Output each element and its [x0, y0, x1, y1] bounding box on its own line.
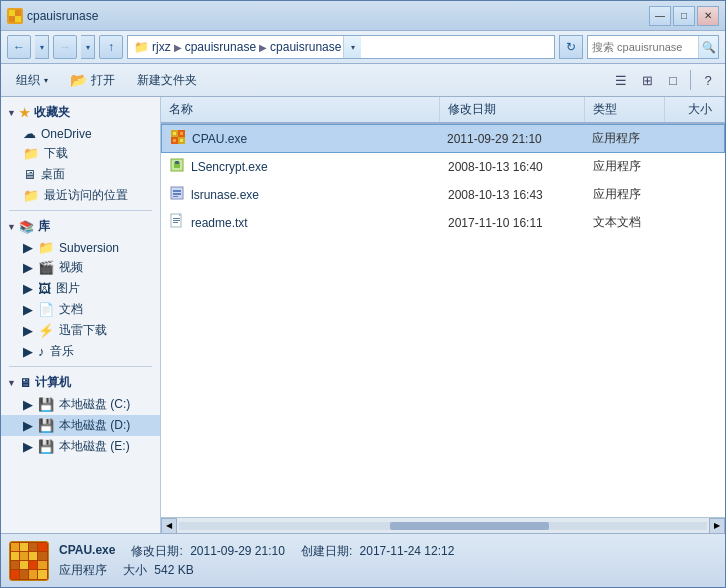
library-icon: 📚: [19, 220, 34, 234]
expand-icon-computer: ▼: [7, 378, 16, 388]
sidebar-item-download[interactable]: 📁 下载: [1, 143, 160, 164]
lsrunase-file-icon: [169, 185, 185, 204]
expand-icon-library: ▼: [7, 222, 16, 232]
file-row-lsrunase[interactable]: lsrunase.exe 2008-10-13 16:43 应用程序: [161, 181, 725, 209]
forward-dropdown[interactable]: ▾: [81, 35, 95, 59]
sidebar-item-pictures[interactable]: ▶ 🖼 图片: [1, 278, 160, 299]
search-button[interactable]: 🔍: [698, 36, 718, 58]
back-dropdown[interactable]: ▾: [35, 35, 49, 59]
svg-rect-27: [29, 543, 37, 551]
cpau-file-icon: [170, 129, 186, 148]
sidebar-item-recent[interactable]: 📁 最近访问的位置: [1, 185, 160, 206]
sidebar-item-drive-e[interactable]: ▶ 💾 本地磁盘 (E:): [1, 436, 160, 457]
maximize-button[interactable]: □: [673, 6, 695, 26]
file-name-lsencrypt: LSencrypt.exe: [161, 155, 440, 178]
search-input[interactable]: [588, 41, 698, 53]
status-row-2: 应用程序 大小 542 KB: [59, 562, 454, 579]
file-date-lsencrypt: 2008-10-13 16:40: [440, 158, 585, 176]
sidebar-group-computer: ▼ 🖥 计算机 ▶ 💾 本地磁盘 (C:) ▶ 💾 本地磁盘 (D:) ▶ 💾: [1, 371, 160, 457]
title-bar: cpauisrunase — □ ✕: [1, 1, 725, 31]
file-size-readme: [665, 221, 725, 225]
sidebar-computer-header[interactable]: ▼ 🖥 计算机: [1, 371, 160, 394]
sidebar-item-drive-d[interactable]: ▶ 💾 本地磁盘 (D:): [1, 415, 160, 436]
sidebar-item-onedrive[interactable]: ☁ OneDrive: [1, 124, 160, 143]
svg-rect-39: [29, 570, 37, 579]
up-button[interactable]: ↑: [99, 35, 123, 59]
close-button[interactable]: ✕: [697, 6, 719, 26]
video-expand-icon: ▶: [23, 260, 33, 275]
sidebar-item-desktop[interactable]: 🖥 桌面: [1, 164, 160, 185]
sidebar-favorites-header[interactable]: ▼ ★ 收藏夹: [1, 101, 160, 124]
sidebar-divider-2: [9, 366, 152, 367]
svg-rect-29: [11, 552, 19, 560]
col-header-name[interactable]: 名称: [161, 97, 440, 122]
status-size: 大小 542 KB: [123, 562, 194, 579]
svg-rect-38: [20, 570, 28, 579]
svg-rect-3: [15, 16, 21, 22]
address-bar[interactable]: 📁 rjxz ▶ cpauisrunase ▶ cpauisrunase ▾: [127, 35, 555, 59]
scroll-right-button[interactable]: ▶: [709, 518, 725, 534]
sidebar: ▼ ★ 收藏夹 ☁ OneDrive 📁 下载 🖥 桌面 📁: [1, 97, 161, 533]
toolbar-right: ☰ ⊞ □ ?: [610, 69, 719, 91]
open-button[interactable]: 📂 打开: [61, 67, 124, 93]
status-bar: CPAU.exe 修改日期: 2011-09-29 21:10 创建日期: 20…: [1, 533, 725, 587]
svg-rect-37: [11, 570, 19, 579]
view-icons-button[interactable]: ⊞: [636, 69, 658, 91]
svg-rect-11: [180, 139, 183, 142]
col-header-date[interactable]: 修改日期: [440, 97, 585, 122]
sidebar-item-documents[interactable]: ▶ 📄 文档: [1, 299, 160, 320]
sidebar-item-thunder[interactable]: ▶ ⚡ 迅雷下载: [1, 320, 160, 341]
svg-rect-30: [20, 552, 28, 560]
sidebar-item-subversion[interactable]: ▶ 📁 Subversion: [1, 238, 160, 257]
svg-rect-25: [11, 543, 19, 551]
forward-button[interactable]: →: [53, 35, 77, 59]
file-name-readme: readme.txt: [161, 211, 440, 234]
sidebar-item-video[interactable]: ▶ 🎬 视频: [1, 257, 160, 278]
address-dropdown-button[interactable]: ▾: [343, 36, 361, 58]
file-row-readme[interactable]: readme.txt 2017-11-10 16:11 文本文档: [161, 209, 725, 237]
svg-rect-36: [38, 561, 47, 569]
download-folder-icon: 📁: [23, 146, 39, 161]
file-type-lsrunase: 应用程序: [585, 184, 665, 205]
view-details-button[interactable]: ☰: [610, 69, 632, 91]
file-list: CPAU.exe 2011-09-29 21:10 应用程序: [161, 124, 725, 517]
svg-rect-18: [173, 196, 178, 197]
minimize-button[interactable]: —: [649, 6, 671, 26]
svg-rect-23: [173, 222, 178, 223]
view-preview-button[interactable]: □: [662, 69, 684, 91]
thunder-expand-icon: ▶: [23, 323, 33, 338]
pictures-expand-icon: ▶: [23, 281, 33, 296]
file-row-lsencrypt[interactable]: LSencrypt.exe 2008-10-13 16:40 应用程序: [161, 153, 725, 181]
sidebar-item-drive-c[interactable]: ▶ 💾 本地磁盘 (C:): [1, 394, 160, 415]
drive-d-icon: 💾: [38, 418, 54, 433]
address-segment-2: cpauisrunase: [185, 40, 256, 54]
svg-rect-10: [173, 139, 176, 142]
drive-e-expand-icon: ▶: [23, 439, 33, 454]
back-button[interactable]: ←: [7, 35, 31, 59]
svg-rect-28: [38, 543, 47, 551]
music-icon: ♪: [38, 344, 45, 359]
file-row-cpau[interactable]: CPAU.exe 2011-09-29 21:10 应用程序: [161, 124, 725, 153]
computer-icon: 🖥: [19, 376, 31, 390]
favorites-icon: ★: [19, 106, 30, 120]
scroll-thumb: [390, 522, 548, 530]
horizontal-scrollbar[interactable]: ◀ ▶: [161, 517, 725, 533]
help-button[interactable]: ?: [697, 69, 719, 91]
svg-rect-22: [173, 220, 180, 221]
col-header-size[interactable]: 大小: [665, 97, 725, 122]
svg-rect-14: [175, 161, 179, 164]
scroll-left-button[interactable]: ◀: [161, 518, 177, 534]
toolbar: 组织 ▾ 📂 打开 新建文件夹 ☰ ⊞ □ ?: [1, 64, 725, 97]
sidebar-item-music[interactable]: ▶ ♪ 音乐: [1, 341, 160, 362]
toolbar-separator: [690, 70, 691, 90]
col-header-type[interactable]: 类型: [585, 97, 665, 122]
subversion-folder-icon: 📁: [38, 240, 54, 255]
svg-rect-21: [173, 218, 180, 219]
sidebar-divider-1: [9, 210, 152, 211]
file-date-cpau: 2011-09-29 21:10: [439, 130, 584, 148]
sidebar-library-header[interactable]: ▼ 📚 库: [1, 215, 160, 238]
thunder-icon: ⚡: [38, 323, 54, 338]
new-folder-button[interactable]: 新建文件夹: [128, 67, 206, 93]
organize-button[interactable]: 组织 ▾: [7, 67, 57, 93]
refresh-button[interactable]: ↻: [559, 35, 583, 59]
